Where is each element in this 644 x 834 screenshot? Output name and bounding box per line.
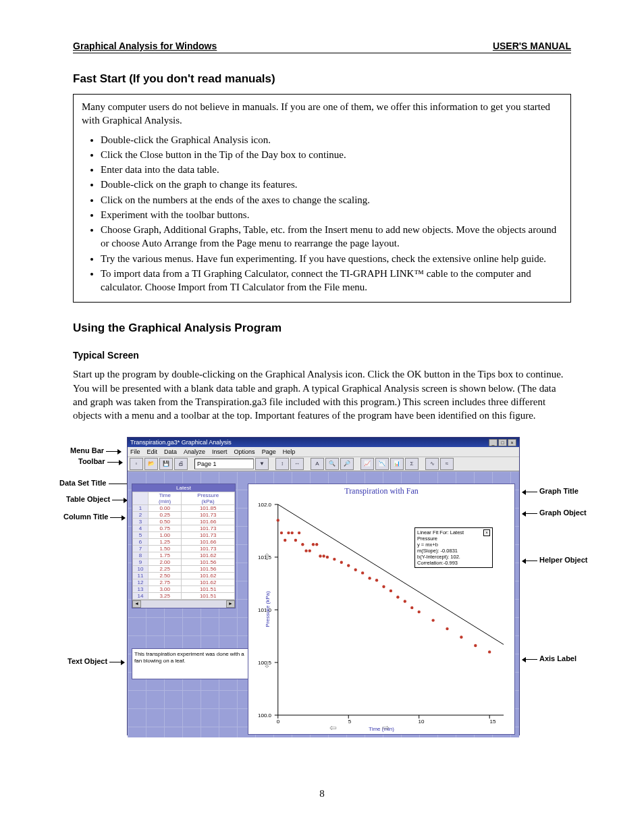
dropdown-icon[interactable]: ▼ (255, 458, 269, 470)
svg-point-23 (315, 543, 318, 546)
tool-icon[interactable]: ∿ (425, 458, 439, 470)
svg-point-13 (280, 531, 283, 534)
section2-body: Start up the program by double-clicking … (73, 367, 571, 422)
svg-point-27 (333, 558, 336, 561)
label-toolbar: Toolbar (78, 457, 122, 465)
tool-icon[interactable]: 📉 (375, 458, 389, 470)
svg-point-12 (277, 519, 279, 521)
close-icon[interactable]: × (483, 529, 490, 536)
svg-point-24 (319, 554, 321, 557)
menubar[interactable]: File Edit Data Analyze Insert Options Pa… (128, 447, 519, 457)
print-icon[interactable]: 🖨 (174, 458, 188, 470)
svg-point-18 (298, 531, 300, 534)
text-object[interactable]: This transpiration experiment was done w… (132, 648, 250, 679)
table-row[interactable]: 122.75101.62 (133, 579, 235, 586)
label-column-title: Column Title (63, 513, 125, 521)
table-row[interactable]: 30.50101.66 (133, 519, 235, 525)
scroll-right-icon: ► (226, 600, 235, 608)
graph-object[interactable]: Transpiration with Fan 102.0 101.5 101.0… (248, 484, 515, 735)
menu-file[interactable]: File (130, 448, 140, 455)
figure-diagram: Menu Bar Toolbar Data Set Title Table Ob… (73, 437, 571, 734)
tool-icon[interactable]: Σ (405, 458, 419, 470)
bullet: Choose Graph, Additional Graphs, Table, … (101, 223, 562, 251)
save-icon[interactable]: 💾 (159, 458, 173, 470)
titlebar: Transpiration.ga3* Graphical Analysis _□… (128, 438, 519, 447)
table-row[interactable]: 20.25101.73 (133, 512, 235, 519)
page-number: 8 (73, 788, 571, 800)
table-row[interactable]: 51.00101.73 (133, 532, 235, 539)
svg-point-21 (308, 550, 311, 552)
zoom-in-icon[interactable]: 🔍 (325, 458, 339, 470)
tool-icon[interactable]: 📊 (390, 458, 404, 470)
toolbar[interactable]: ▫ 📂 💾 🖨 Page 1 ▼ ↕ ↔ A 🔍 🔎 📈 📉 📊 Σ ∿ ≈ (128, 457, 519, 471)
app-screenshot: Transpiration.ga3* Graphical Analysis _□… (127, 437, 520, 735)
data-table[interactable]: Time(min) Pressure(kPa) 10.00101.8520.25… (132, 492, 235, 600)
helper-line: Linear Fit For: Latest Pressure (417, 529, 490, 542)
bullet: Double-click the Graphical Analysis icon… (101, 133, 562, 147)
label-text-object: Text Object (68, 657, 124, 665)
table-row[interactable]: 112.50101.62 (133, 573, 235, 579)
svg-point-44 (488, 650, 491, 653)
header-right: USER'S MANUAL (493, 41, 571, 53)
tool-icon[interactable]: 📈 (360, 458, 374, 470)
table-row[interactable]: 102.25101.56 (133, 566, 235, 573)
table-row[interactable]: 10.00101.85 (133, 505, 235, 512)
tool-icon[interactable]: A (311, 458, 324, 470)
new-icon[interactable]: ▫ (130, 458, 143, 470)
svg-point-32 (368, 577, 371, 579)
helper-line: b(Y-Intercept): 102. (417, 554, 490, 560)
open-icon[interactable]: 📂 (144, 458, 158, 470)
label-axis-label: Axis Label (522, 654, 576, 662)
zoom-out-icon[interactable]: 🔎 (340, 458, 354, 470)
helper-object[interactable]: × Linear Fit For: Latest Pressure y = mx… (414, 527, 493, 568)
window-buttons[interactable]: _□× (488, 439, 516, 446)
table-row[interactable]: 40.75101.73 (133, 525, 235, 532)
workspace: Latest Time(min) Pressure(kPa) 10.00101.… (128, 471, 519, 737)
table-row[interactable]: 71.50101.73 (133, 546, 235, 552)
menu-data[interactable]: Data (164, 448, 177, 455)
svg-point-34 (382, 585, 385, 588)
svg-point-25 (322, 554, 325, 557)
tool-icon[interactable]: ≈ (440, 458, 454, 470)
menu-options[interactable]: Options (234, 448, 255, 455)
fast-start-list: Double-click the Graphical Analysis icon… (82, 133, 562, 294)
svg-point-40 (431, 619, 434, 622)
label-data-set-title: Data Set Title (59, 479, 137, 487)
svg-point-42 (460, 636, 462, 639)
svg-point-19 (301, 543, 304, 546)
menu-edit[interactable]: Edit (147, 448, 158, 455)
menu-analyze[interactable]: Analyze (184, 448, 205, 455)
table-object[interactable]: Latest Time(min) Pressure(kPa) 10.00101.… (132, 484, 236, 608)
label-graph-object: Graph Object (522, 509, 587, 517)
helper-line: Correlation:-0.993 (417, 560, 490, 566)
svg-point-26 (326, 556, 329, 558)
svg-point-15 (287, 531, 290, 534)
scroll-left-icon: ◄ (132, 600, 141, 608)
page-selector[interactable]: Page 1 (194, 459, 254, 469)
minimize-icon: _ (489, 439, 498, 446)
col-time[interactable]: Time(min) (149, 492, 182, 505)
col-pressure[interactable]: Pressure(kPa) (182, 492, 235, 505)
menu-help[interactable]: Help (283, 448, 296, 455)
tool-icon[interactable]: ↕ (275, 458, 289, 470)
svg-point-17 (294, 539, 297, 542)
menu-page[interactable]: Page (262, 448, 276, 455)
svg-point-31 (361, 571, 364, 574)
tool-icon[interactable]: ↔ (290, 458, 304, 470)
menu-insert[interactable]: Insert (212, 448, 227, 455)
svg-point-39 (418, 610, 421, 613)
plot-svg (248, 484, 514, 734)
bullet: Enter data into the data table. (101, 163, 562, 176)
table-row[interactable]: 133.00101.51 (133, 586, 235, 593)
table-row[interactable]: 81.75101.62 (133, 552, 235, 559)
bullet: To import data from a TI Graphing Calcul… (101, 267, 562, 294)
table-row[interactable]: 143.25101.51 (133, 593, 235, 600)
table-scrollbar[interactable]: ◄► (132, 600, 235, 608)
helper-line: m(Slope): -0.0831 (417, 548, 490, 554)
header-left: Graphical Analysis for Windows (73, 41, 217, 53)
table-row[interactable]: 92.00101.56 (133, 559, 235, 566)
window-title: Transpiration.ga3* Graphical Analysis (130, 439, 232, 446)
bullet: Click the Close button in the Tip of the… (101, 148, 562, 161)
svg-point-36 (396, 596, 399, 598)
table-row[interactable]: 61.25101.66 (133, 539, 235, 546)
